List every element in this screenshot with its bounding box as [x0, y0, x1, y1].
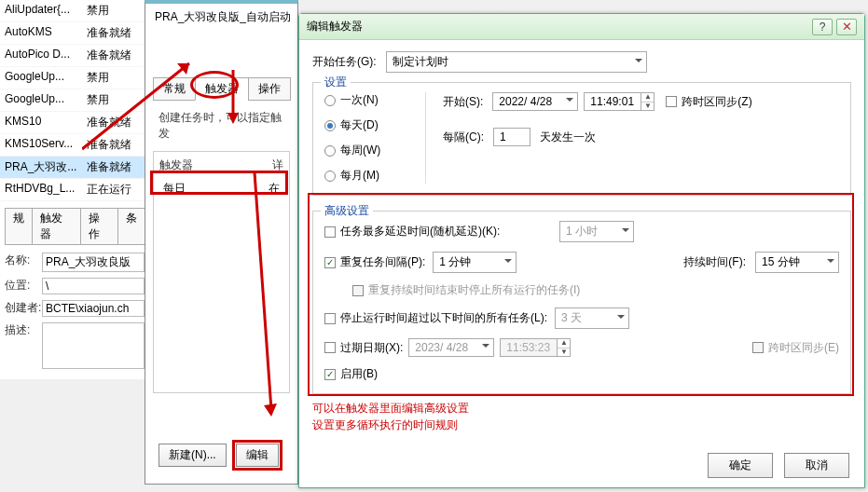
- task-list: AliUpdater{...禁用 AutoKMS准备就绪 AutoPico D.…: [0, 0, 149, 224]
- edit-trigger-dialog: 编辑触发器 ? ✕ 开始任务(G): 制定计划时 设置 一次(N) 每天(D) …: [298, 13, 865, 488]
- detail-tab[interactable]: 条: [117, 208, 145, 245]
- start-label: 开始(S):: [443, 94, 483, 110]
- task-row[interactable]: KMS10准备就绪: [0, 112, 148, 134]
- stop-longer-checkbox[interactable]: 停止运行时间超过以下时间的所有任务(L):: [324, 310, 547, 326]
- cancel-button[interactable]: 取消: [784, 453, 849, 478]
- edit-trigger-button[interactable]: 编辑: [236, 444, 279, 467]
- expire-sync-checkbox: 跨时区同步(E): [752, 340, 839, 356]
- desc-value: [42, 322, 145, 369]
- duration-label: 持续时间(F):: [683, 254, 746, 270]
- location-value: \: [42, 278, 145, 294]
- col-detail: 详: [272, 157, 283, 173]
- stop-longer-combo: 3 天: [555, 308, 629, 329]
- advanced-group: 高级设置 任务最多延迟时间(随机延迟)(K): 1 小时 重复任务间隔(P): …: [312, 211, 851, 394]
- tab-actions[interactable]: 操作: [248, 77, 291, 101]
- ok-button[interactable]: 确定: [708, 453, 773, 478]
- detail-tab[interactable]: 规: [5, 208, 33, 245]
- begin-task-combo[interactable]: 制定计划时: [386, 51, 647, 73]
- creator-label: 创建者:: [5, 300, 42, 317]
- help-button[interactable]: ?: [812, 19, 833, 35]
- close-button[interactable]: ✕: [836, 19, 857, 35]
- task-properties-window: PRA_大羽改良版_自动启动 常规 触发器 操作 创建任务时，可以指定触发 触发…: [145, 0, 298, 485]
- radio-weekly[interactable]: 每周(W): [324, 143, 408, 158]
- time-spinner: ▲▼: [558, 338, 571, 357]
- tab-triggers[interactable]: 触发器: [195, 77, 249, 101]
- trigger-entry[interactable]: 每日在: [159, 179, 283, 198]
- location-label: 位置:: [5, 278, 42, 294]
- task-row[interactable]: AliUpdater{...禁用: [0, 0, 148, 22]
- advanced-title: 高级设置: [321, 203, 373, 219]
- creator-value: BCTE\xiaojun.ch: [42, 300, 145, 317]
- repeat-checkbox[interactable]: 重复任务间隔(P):: [324, 254, 425, 270]
- desc-label: 描述:: [5, 322, 42, 369]
- name-label: 名称:: [5, 253, 42, 272]
- task-row[interactable]: AutoPico D...准备就绪: [0, 45, 148, 67]
- radio-once[interactable]: 一次(N): [324, 92, 408, 108]
- expire-checkbox[interactable]: 过期日期(X):: [324, 340, 403, 356]
- annotation-note: 可以在触发器里面编辑高级设置 设置更多循环执行的时间规则: [312, 400, 851, 433]
- triggers-list: 触发器详 每日在: [153, 151, 290, 393]
- start-date-picker[interactable]: 2022/ 4/28: [492, 92, 578, 111]
- task-row[interactable]: GoogleUp...禁用: [0, 67, 148, 89]
- enabled-checkbox[interactable]: 启用(B): [324, 366, 378, 382]
- stop-at-end-checkbox[interactable]: 重复持续时间结束时停止所有运行的任务(I): [352, 282, 580, 298]
- settings-title: 设置: [321, 75, 351, 90]
- radio-monthly[interactable]: 每月(M): [324, 168, 408, 184]
- expire-date-picker: 2023/ 4/28: [408, 338, 494, 357]
- task-row[interactable]: KMS10Serv...准备就绪: [0, 134, 148, 157]
- repeat-interval-combo[interactable]: 1 分钟: [433, 252, 517, 273]
- recur-suffix: 天发生一次: [540, 130, 596, 145]
- tab-general[interactable]: 常规: [153, 77, 196, 101]
- delay-combo: 1 小时: [559, 221, 634, 242]
- name-value: PRA_大羽改良版: [42, 253, 145, 272]
- radio-daily[interactable]: 每天(D): [324, 117, 408, 133]
- col-trigger: 触发器: [159, 157, 272, 173]
- recur-label: 每隔(C):: [443, 130, 484, 145]
- detail-tab[interactable]: 操作: [80, 208, 118, 245]
- dialog-title: 编辑触发器: [307, 19, 363, 34]
- begin-task-label: 开始任务(G):: [312, 54, 377, 70]
- task-row[interactable]: RtHDVBg_L...正在运行: [0, 179, 148, 201]
- recur-days-input[interactable]: 1: [493, 128, 530, 146]
- task-row-selected[interactable]: PRA_大羽改...准备就绪: [0, 157, 148, 179]
- sync-tz-checkbox[interactable]: 跨时区同步(Z): [666, 94, 751, 110]
- close-icon: ✕: [842, 20, 852, 34]
- duration-combo[interactable]: 15 分钟: [755, 252, 839, 273]
- task-row[interactable]: GoogleUp...禁用: [0, 89, 148, 112]
- detail-tab[interactable]: 触发器: [32, 208, 81, 245]
- task-detail-panel: 规 触发器 操作 条 名称:PRA_大羽改良版 位置:\ 创建者:BCTE\xi…: [0, 203, 149, 379]
- delay-checkbox[interactable]: 任务最多延迟时间(随机延迟)(K):: [324, 224, 500, 239]
- time-spinner[interactable]: ▲▼: [641, 92, 654, 111]
- expire-time-field: 11:53:23: [500, 338, 558, 357]
- window-title: PRA_大羽改良版_自动启动: [145, 4, 297, 31]
- triggers-desc: 创建任务时，可以指定触发: [158, 110, 284, 142]
- new-trigger-button[interactable]: 新建(N)...: [158, 444, 227, 467]
- settings-group: 设置 一次(N) 每天(D) 每周(W) 每月(M) 开始(S): 2022/ …: [312, 82, 851, 196]
- task-row[interactable]: AutoKMS准备就绪: [0, 22, 148, 45]
- start-time-field[interactable]: 11:49:01: [584, 92, 641, 111]
